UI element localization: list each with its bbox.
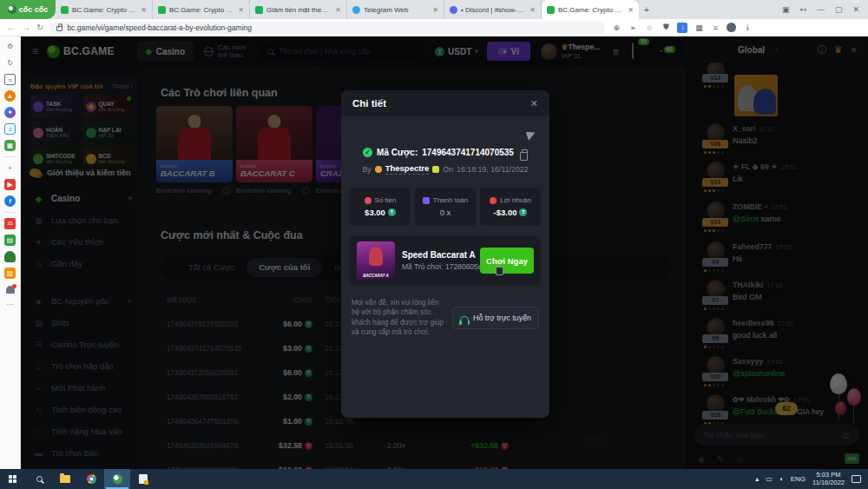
language-indicator[interactable]: ENG [791, 475, 806, 483]
bet-author-link[interactable]: Thespectre [385, 163, 430, 175]
new-tab-button[interactable]: + [639, 0, 654, 19]
libreoffice-taskbar-icon[interactable] [130, 469, 156, 489]
popup-player-icon[interactable]: ▣ [782, 5, 790, 14]
bet-datetime: 16:18:19, 16/11/2022 [457, 165, 529, 174]
browser-brand-label: cốc cốc [19, 5, 49, 14]
facebook-icon[interactable]: f [4, 195, 16, 207]
modal-close-icon[interactable]: ✕ [530, 98, 538, 109]
reading-list-icon[interactable]: ≡ [4, 74, 16, 85]
browser-tab[interactable]: BC.Game: Crypto Casino Gam✕ [153, 0, 250, 19]
tab-close-icon[interactable]: ✕ [141, 6, 147, 14]
tab-close-icon[interactable]: ✕ [335, 6, 341, 14]
file-explorer-icon[interactable] [52, 469, 78, 489]
display-icon[interactable]: ▭ [766, 475, 773, 483]
modal-game-row: BACCARAT A Speed Baccarat A Mã Trò chơi:… [350, 235, 541, 286]
tab-close-icon[interactable]: ✕ [529, 6, 536, 14]
tab-close-icon[interactable]: ✕ [238, 6, 244, 14]
taskbar-clock[interactable]: 5:03 PM11/16/2022 [812, 472, 845, 486]
bet-details-modal: Chi tiết ✕ ✓ Mã Cược: 174964374171407053… [341, 90, 549, 418]
hot-trending-icon[interactable]: ▲ [4, 90, 16, 102]
url-text: bc.game/vi/game/speed-baccarat-a-by-evol… [67, 23, 252, 32]
start-button[interactable] [0, 469, 26, 489]
bcgame-favicon [547, 6, 555, 14]
more-icon[interactable]: ⋯ [4, 299, 16, 310]
stat-amount: Số tiền $3.00T [350, 188, 411, 226]
shop-bag-icon[interactable]: ▤ [4, 235, 16, 246]
browser-tab-active[interactable]: BC.Game: Crypto Casino Gam✕ [542, 0, 639, 19]
telegram-favicon [352, 6, 360, 14]
system-tray: ▴ ▭ ◖ ENG 5:03 PM11/16/2022 [755, 472, 868, 486]
sidebar-toggle-icon[interactable]: ≡ [710, 23, 720, 32]
share-icon[interactable]: ➢ [628, 23, 638, 32]
modal-title: Chi tiết [352, 98, 386, 109]
taskbar-search-icon[interactable] [26, 469, 52, 489]
notification-bell-icon[interactable] [6, 286, 15, 294]
usdt-coin-icon: T [519, 208, 527, 216]
volume-icon[interactable]: ◖ [779, 475, 784, 483]
money-icon [365, 197, 372, 204]
modal-header: Chi tiết ✕ [341, 90, 549, 116]
play-now-button[interactable]: Chơi Ngay [480, 248, 534, 274]
settings-gear-icon[interactable]: ⚙ [4, 41, 16, 52]
game-name: Speed Baccarat A [402, 248, 473, 261]
verified-check-icon: ✓ [363, 148, 372, 157]
discord-favicon [450, 6, 457, 14]
messenger-icon[interactable]: ✦ [4, 107, 16, 118]
back-button[interactable]: ← [7, 23, 16, 32]
send-to-device-icon[interactable]: ⊕ [611, 23, 621, 32]
share-icon[interactable] [526, 129, 537, 142]
browser-tabbar: cốc cốc BC.Game: Crypto Casino Gam✕ BC.G… [0, 0, 868, 19]
browser-tab[interactable]: Giảm tiền mặt theo tiến hóa!✕ [250, 0, 347, 19]
add-shortcut-icon[interactable]: + [4, 162, 16, 174]
live-support-button[interactable]: Hỗ trợ trực tuyến [452, 307, 539, 329]
sale-badge-icon[interactable]: 25 [4, 218, 16, 229]
browser-side-rail: ⚙ ↻ ≡ ▲ ✦ Z ▣ + ▶ f 25 ▤ ▥ ⋯ [0, 36, 21, 469]
tray-expand-icon[interactable]: ▴ [755, 475, 759, 483]
coccoc-brand-button[interactable]: cốc cốc [0, 0, 56, 19]
youtube-icon[interactable]: ▶ [4, 179, 16, 190]
downloads-tray-icon[interactable]: ⤓ [742, 23, 753, 32]
url-bar[interactable]: bc.game/vi/game/speed-baccarat-a-by-evol… [49, 22, 605, 34]
cart-icon[interactable]: ▥ [4, 268, 16, 279]
extensions-icon[interactable]: ▦ [694, 23, 704, 32]
reload-button[interactable]: ↻ [36, 23, 43, 32]
screen: cốc cốc BC.Game: Crypto Casino Gam✕ BC.G… [0, 0, 868, 489]
user-emblem-icon [432, 166, 439, 173]
windows-taskbar: ▴ ▭ ◖ ENG 5:03 PM11/16/2022 [0, 469, 868, 489]
shield-icon[interactable]: ⛊ [661, 23, 671, 32]
payout-wallet-icon [423, 197, 430, 204]
close-button[interactable]: ✕ [852, 5, 859, 14]
bet-id-row: ✓ Mã Cược: 1749643741714070535 [341, 148, 549, 157]
divider [4, 212, 16, 213]
hat-icon[interactable] [4, 251, 16, 262]
download-manager-icon[interactable]: ↓ [677, 23, 687, 33]
history-icon[interactable]: ↻ [4, 57, 16, 69]
headset-icon [460, 316, 469, 322]
browser-tab[interactable]: • Discord | #show-off-you✕ [444, 0, 542, 19]
tab-close-icon[interactable]: ✕ [432, 6, 438, 14]
browser-profile-avatar[interactable] [727, 23, 736, 32]
medal-icon [375, 166, 382, 173]
coccoc-taskbar-icon[interactable] [104, 469, 130, 489]
game-thumbnail: BACCARAT A [357, 241, 395, 280]
divider [4, 156, 16, 157]
games-icon[interactable]: ▣ [4, 140, 16, 151]
minimize-button[interactable]: — [817, 5, 825, 14]
pin-icon[interactable]: ↤ [799, 5, 806, 14]
stat-payout: Thanh toán 0 x [415, 188, 476, 226]
forward-button[interactable]: → [22, 23, 30, 32]
browser-tab[interactable]: Telegram Web✕ [347, 0, 444, 19]
chrome-taskbar-icon[interactable] [78, 469, 104, 489]
action-center-icon[interactable] [852, 475, 861, 483]
coccoc-logo-icon [8, 5, 16, 14]
stat-profit: Lợi nhuận -$3.00T [480, 188, 541, 226]
tab-close-icon[interactable]: ✕ [628, 6, 634, 14]
browser-navbar: ← → ↻ bc.game/vi/game/speed-baccarat-a-b… [0, 19, 868, 36]
zalo-icon[interactable]: Z [4, 123, 16, 135]
maximize-button[interactable]: ▢ [835, 5, 843, 14]
copy-icon[interactable] [522, 149, 528, 156]
lock-icon [56, 26, 62, 31]
browser-tab[interactable]: BC.Game: Crypto Casino Gam✕ [56, 0, 153, 19]
bookmark-star-icon[interactable]: ☆ [644, 23, 654, 32]
profit-icon [490, 197, 496, 204]
